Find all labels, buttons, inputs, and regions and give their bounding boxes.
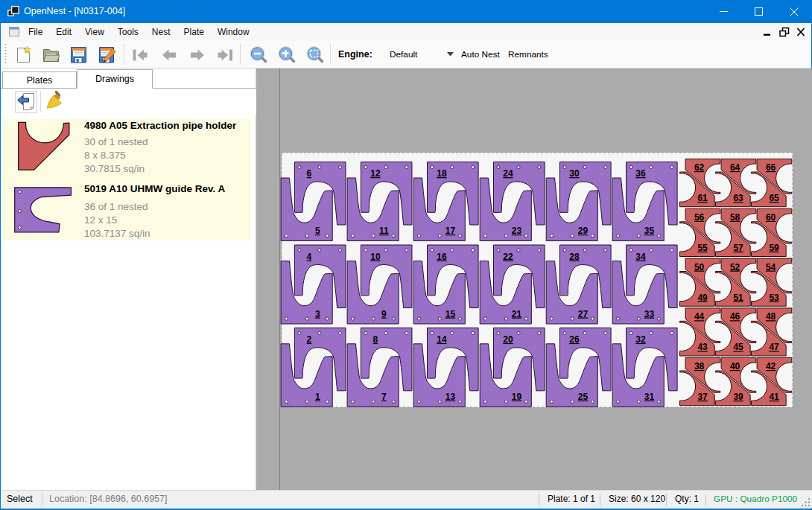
svg-text:4: 4 (307, 252, 312, 262)
svg-text:32: 32 (635, 334, 646, 345)
svg-text:54: 54 (766, 262, 776, 272)
svg-text:29: 29 (578, 226, 589, 236)
svg-text:53: 53 (769, 293, 779, 303)
svg-text:20: 20 (503, 334, 513, 345)
svg-text:46: 46 (730, 311, 740, 322)
svg-text:22: 22 (503, 252, 513, 262)
svg-text:12: 12 (370, 168, 381, 179)
svg-text:10: 10 (370, 252, 381, 262)
svg-text:25: 25 (578, 392, 589, 402)
svg-text:30: 30 (569, 168, 580, 179)
svg-text:24: 24 (503, 168, 513, 179)
svg-text:27: 27 (578, 309, 589, 319)
svg-text:45: 45 (733, 342, 743, 352)
svg-text:17: 17 (445, 226, 456, 236)
svg-text:65: 65 (769, 193, 779, 203)
svg-text:3: 3 (315, 309, 320, 319)
svg-text:55: 55 (697, 243, 708, 253)
svg-text:16: 16 (437, 252, 447, 262)
svg-text:23: 23 (512, 226, 522, 236)
svg-text:6: 6 (307, 168, 312, 179)
svg-text:35: 35 (644, 226, 655, 236)
svg-text:48: 48 (766, 311, 776, 322)
svg-text:33: 33 (644, 309, 655, 319)
svg-text:8: 8 (373, 334, 378, 345)
svg-text:41: 41 (769, 392, 779, 402)
svg-text:63: 63 (733, 193, 743, 203)
svg-text:7: 7 (381, 392, 387, 402)
svg-text:36: 36 (635, 168, 646, 179)
svg-text:43: 43 (697, 342, 708, 352)
svg-text:1: 1 (315, 392, 320, 402)
svg-text:15: 15 (445, 309, 456, 319)
svg-text:13: 13 (445, 392, 456, 402)
svg-text:18: 18 (437, 168, 447, 179)
svg-text:60: 60 (766, 212, 776, 223)
svg-text:62: 62 (694, 162, 705, 173)
svg-text:42: 42 (766, 361, 776, 372)
svg-text:28: 28 (569, 252, 580, 262)
svg-text:21: 21 (512, 309, 522, 319)
svg-text:57: 57 (733, 243, 743, 253)
svg-text:50: 50 (694, 262, 705, 272)
svg-text:59: 59 (769, 243, 779, 253)
svg-text:61: 61 (697, 193, 708, 203)
svg-text:9: 9 (381, 309, 387, 319)
svg-text:66: 66 (766, 162, 776, 173)
svg-text:49: 49 (697, 293, 708, 303)
svg-text:37: 37 (697, 392, 708, 402)
svg-text:44: 44 (694, 311, 705, 322)
svg-text:52: 52 (730, 262, 740, 272)
svg-text:56: 56 (694, 212, 705, 223)
svg-text:64: 64 (730, 162, 740, 173)
svg-text:19: 19 (512, 392, 522, 402)
svg-text:34: 34 (635, 252, 646, 262)
svg-text:31: 31 (644, 392, 655, 402)
svg-text:11: 11 (379, 226, 389, 236)
svg-text:58: 58 (730, 212, 740, 223)
svg-text:26: 26 (569, 334, 580, 345)
svg-text:38: 38 (694, 361, 705, 372)
svg-text:51: 51 (733, 293, 743, 303)
svg-text:5: 5 (315, 226, 320, 236)
svg-text:14: 14 (437, 334, 447, 345)
svg-text:2: 2 (307, 334, 312, 345)
svg-text:39: 39 (733, 392, 743, 402)
svg-text:47: 47 (769, 342, 779, 352)
svg-text:40: 40 (730, 361, 740, 372)
